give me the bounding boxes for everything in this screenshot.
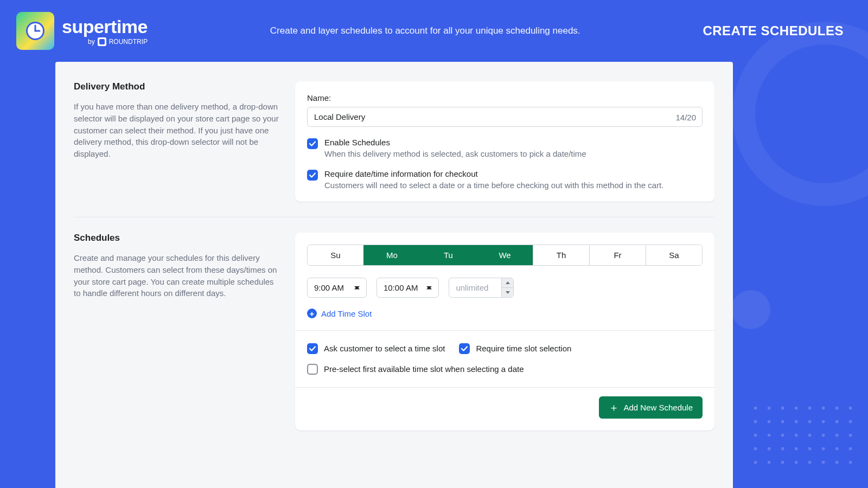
limit-spinner <box>501 278 513 297</box>
char-count: 14/20 <box>675 112 696 121</box>
clock-svg <box>24 20 47 42</box>
name-label: Name: <box>307 93 703 102</box>
delivery-method-section: Delivery Method If you have more than on… <box>74 81 714 217</box>
delivery-section-title: Delivery Method <box>74 81 280 92</box>
schedules-section-desc: Create and manage your schedules for thi… <box>74 252 280 299</box>
require-datetime-checkbox[interactable] <box>307 170 318 181</box>
schedules-card: Su Mo Tu We Th Fr Sa 9:00 AM 10:00 AM un… <box>295 233 714 431</box>
decor-dot <box>731 290 770 329</box>
limit-up[interactable] <box>502 278 513 288</box>
day-tu[interactable]: Tu <box>420 245 476 265</box>
byline-name: ROUNDTRIP <box>109 38 148 46</box>
day-sa[interactable]: Sa <box>646 245 702 265</box>
limit-input[interactable]: unlimited <box>449 278 514 298</box>
require-help: Customers will need to select a date or … <box>324 181 663 190</box>
page-title: CREATE SCHEDULES <box>703 23 844 38</box>
decor-dots <box>749 401 857 466</box>
enable-schedules-checkbox[interactable] <box>307 138 318 149</box>
preselect-checkbox[interactable] <box>307 364 318 375</box>
delivery-card: Name: 14/20 Enable Schedules When this d… <box>295 81 714 202</box>
limit-down[interactable] <box>502 288 513 297</box>
require-label: Require date/time information for checko… <box>324 169 663 178</box>
day-su[interactable]: Su <box>308 245 363 265</box>
header: supertime by ROUNDTRIP Create and layer … <box>0 0 868 62</box>
clock-icon <box>16 12 54 50</box>
plus-icon: + <box>307 309 317 318</box>
schedules-section-title: Schedules <box>74 233 280 243</box>
day-we[interactable]: We <box>476 245 533 265</box>
add-schedule-label: Add New Schedule <box>623 403 693 412</box>
delivery-section-desc: If you have more than one delivery metho… <box>74 101 280 160</box>
brand-byline: by ROUNDTRIP <box>88 37 148 46</box>
time-to-select[interactable]: 10:00 AM <box>376 278 439 298</box>
main-panel: Delivery Method If you have more than on… <box>55 62 733 488</box>
enable-help: When this delivery method is selected, a… <box>324 149 586 158</box>
enable-label: Enable Schedules <box>324 138 586 147</box>
preselect-label: Pre-select first available time slot whe… <box>324 364 524 374</box>
ask-slot-checkbox[interactable] <box>307 343 318 354</box>
logo: supertime by ROUNDTRIP <box>16 12 148 50</box>
require-slot-label: Require time slot selection <box>476 344 571 353</box>
add-time-slot-button[interactable]: + Add Time Slot <box>307 309 703 318</box>
require-slot-checkbox[interactable] <box>459 343 470 354</box>
plus-icon: ＋ <box>609 402 619 413</box>
schedules-section: Schedules Create and manage your schedul… <box>74 217 714 446</box>
day-fr[interactable]: Fr <box>589 245 646 265</box>
tagline: Create and layer schedules to account fo… <box>148 25 703 36</box>
roundtrip-icon <box>98 37 106 46</box>
add-new-schedule-button[interactable]: ＋ Add New Schedule <box>599 396 703 419</box>
divider-footer <box>295 387 714 388</box>
byline-prefix: by <box>88 38 95 46</box>
day-mo[interactable]: Mo <box>363 245 420 265</box>
limit-placeholder: unlimited <box>456 283 488 292</box>
brand-name: supertime <box>62 16 148 37</box>
day-th[interactable]: Th <box>533 245 589 265</box>
add-slot-label: Add Time Slot <box>321 309 372 318</box>
divider <box>295 330 714 331</box>
ask-slot-label: Ask customer to select a time slot <box>324 344 445 353</box>
time-from-select[interactable]: 9:00 AM <box>307 278 367 298</box>
name-input[interactable] <box>307 107 703 127</box>
day-picker: Su Mo Tu We Th Fr Sa <box>307 245 703 266</box>
